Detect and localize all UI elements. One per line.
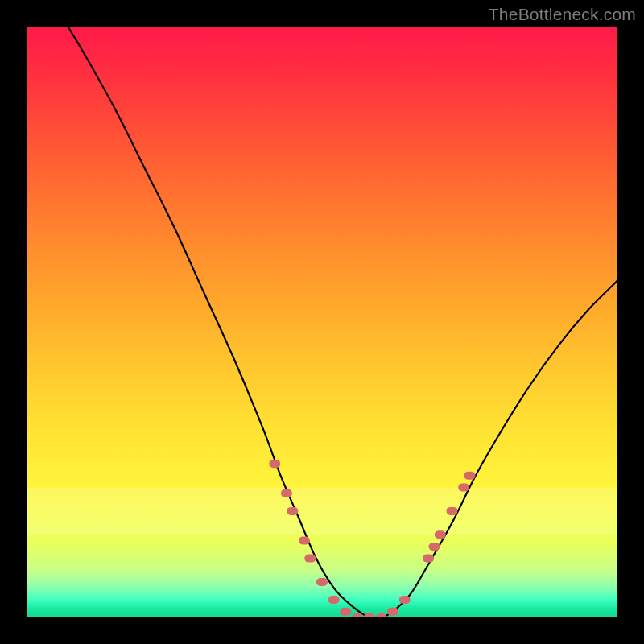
bottleneck-curve [27, 27, 617, 617]
curve-marker [304, 555, 316, 563]
curve-marker [375, 613, 386, 617]
curve-marker [340, 608, 351, 616]
plot-area [27, 27, 617, 617]
chart-stage: TheBottleneck.com [0, 0, 644, 644]
watermark-text: TheBottleneck.com [489, 5, 636, 24]
highlight-band [27, 488, 617, 535]
curve-marker [423, 555, 434, 563]
curve-marker [328, 596, 340, 604]
curve-marker [287, 507, 298, 515]
curve-marker [428, 543, 440, 551]
curve-marker [299, 537, 310, 545]
curve-marker [464, 472, 476, 480]
curve-marker [364, 613, 375, 617]
curve-marker [387, 608, 398, 616]
curve-marker [435, 530, 446, 539]
curve-marker [446, 507, 457, 515]
curve-marker [399, 596, 411, 604]
curve-marker [316, 578, 328, 586]
curve-marker [269, 460, 280, 468]
curve-marker [352, 613, 363, 617]
curve-marker [281, 489, 292, 497]
curve-marker [458, 484, 469, 492]
